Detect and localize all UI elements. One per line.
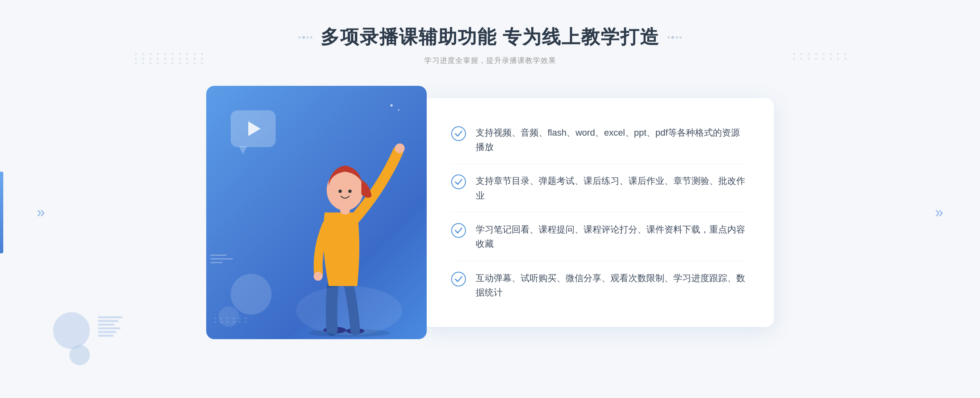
card-circle-2 xyxy=(218,306,239,327)
content-area: » ✦ ✦ xyxy=(0,86,980,339)
feature-text-3: 学习笔记回看、课程提问、课程评论打分、课件资料下载，重点内容收藏 xyxy=(476,222,745,251)
feature-text-1: 支持视频、音频、flash、word、excel、ppt、pdf等各种格式的资源… xyxy=(476,125,745,154)
svg-point-13 xyxy=(452,272,466,286)
divider-2 xyxy=(451,212,745,212)
svg-point-10 xyxy=(452,127,466,141)
svg-point-8 xyxy=(348,190,352,193)
card-accent-bar xyxy=(0,172,3,253)
decorator-dots-right xyxy=(668,36,682,39)
deco-circle-left xyxy=(53,312,90,349)
svg-point-7 xyxy=(339,190,342,193)
play-icon xyxy=(248,121,261,136)
feature-item-1: 支持视频、音频、flash、word、excel、ppt、pdf等各种格式的资源… xyxy=(451,121,745,158)
deco-stripes xyxy=(98,316,122,337)
card-circle-1 xyxy=(231,274,272,315)
card-dot-bg xyxy=(214,318,249,323)
check-icon-3 xyxy=(451,223,466,238)
feature-item-4: 互动弹幕、试听购买、微信分享、观看次数限制、学习进度跟踪、数据统计 xyxy=(451,267,745,304)
svg-point-11 xyxy=(452,175,466,189)
divider-3 xyxy=(451,261,745,261)
sparkle-icon-2: ✦ xyxy=(397,108,400,112)
features-card: 支持视频、音频、flash、word、excel、ppt、pdf等各种格式的资源… xyxy=(423,98,774,327)
bg-dot-pattern-right xyxy=(793,53,849,60)
main-title: 多项录播课辅助功能 专为线上教学打造 xyxy=(321,25,660,50)
svg-point-4 xyxy=(314,272,323,281)
speech-bubble xyxy=(231,110,276,147)
feature-item-3: 学习笔记回看、课程提问、课程评论打分、课件资料下载，重点内容收藏 xyxy=(451,218,745,255)
deco-circle-left-sm xyxy=(69,345,90,365)
bg-dot-pattern-top xyxy=(135,53,206,64)
check-icon-2 xyxy=(451,174,466,189)
header-decorators: 多项录播课辅助功能 专为线上教学打造 xyxy=(0,25,980,50)
card-lines xyxy=(210,255,233,266)
feature-text-2: 支持章节目录、弹题考试、课后练习、课后作业、章节测验、批改作业 xyxy=(476,174,745,202)
feature-item-2: 支持章节目录、弹题考试、课后练习、课后作业、章节测验、批改作业 xyxy=(451,170,745,206)
svg-point-3 xyxy=(395,143,405,153)
check-icon-1 xyxy=(451,126,466,141)
svg-point-9 xyxy=(296,286,402,335)
sparkle-icon-1: ✦ xyxy=(389,102,394,109)
chevron-right-icon: » xyxy=(935,204,943,221)
svg-point-12 xyxy=(452,224,466,237)
illustration-card: ✦ ✦ xyxy=(206,86,427,339)
chevron-left-icon: » xyxy=(37,204,45,221)
decorator-dots-left xyxy=(298,36,312,39)
check-icon-4 xyxy=(451,272,466,286)
divider-1 xyxy=(451,164,745,164)
person-illustration xyxy=(272,114,427,339)
feature-text-4: 互动弹幕、试听购买、微信分享、观看次数限制、学习进度跟踪、数据统计 xyxy=(476,271,745,300)
